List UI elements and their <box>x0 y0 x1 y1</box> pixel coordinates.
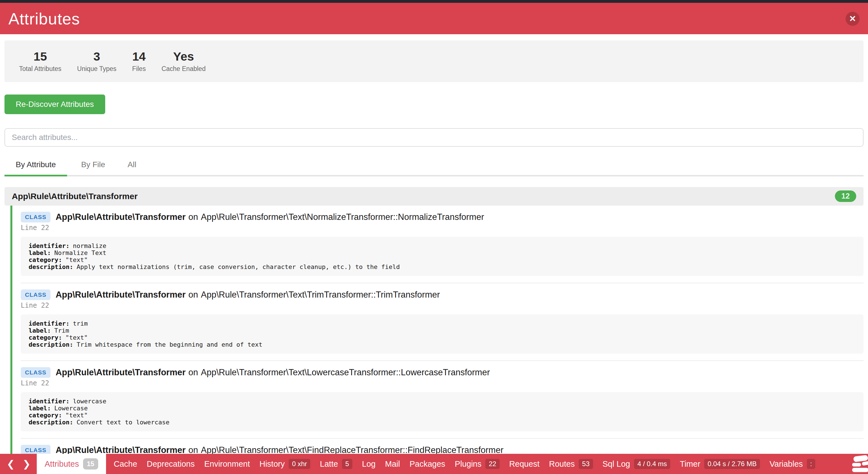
bar-item-deprecations[interactable]: Deprecations <box>147 454 195 474</box>
timer-badge: 0.04 s / 2.76 MB <box>704 459 760 469</box>
bar-item-latte[interactable]: Latte 5 <box>320 454 352 474</box>
card-title: CLASS App\Rule\Attribute\Transformer on … <box>21 289 864 300</box>
debug-bar: ❮ ❯ Attributes 15 Cache Deprecations Env… <box>0 454 868 474</box>
prev-arrow-icon[interactable]: ❮ <box>3 458 19 470</box>
bar-item-history[interactable]: History 0 xhr <box>259 454 311 474</box>
attribute-properties: identifier:trim label:Trim category:"tex… <box>21 314 864 354</box>
stat-label: Cache Enabled <box>162 65 206 73</box>
panel-header: Attributes ✕ <box>0 3 868 34</box>
rediscover-attributes-button[interactable]: Re-Discover Attributes <box>4 95 105 114</box>
tab-by-file[interactable]: By File <box>73 160 114 177</box>
group-body: CLASS App\Rule\Attribute\Transformer on … <box>10 206 864 474</box>
search-input[interactable] <box>4 128 864 147</box>
stat-unique-types: 3 Unique Types <box>69 50 124 73</box>
property-row: description:Convert text to lowercase <box>29 419 856 426</box>
line-number: Line 22 <box>21 224 864 232</box>
stat-files: 14 Files <box>124 50 154 73</box>
sql-log-badge: 4 / 0.4 ms <box>634 459 670 469</box>
card-title: CLASS App\Rule\Attribute\Transformer on … <box>21 367 864 378</box>
bar-item-attributes[interactable]: Attributes 15 <box>37 454 106 474</box>
class-badge: CLASS <box>21 367 51 378</box>
class-badge: CLASS <box>21 289 51 300</box>
group-header[interactable]: App\Rule\Attribute\Transformer 12 <box>4 187 864 206</box>
property-row: label:Trim <box>29 327 856 334</box>
bar-item-variables[interactable]: Variables : <box>770 454 815 474</box>
target-class-name: App\Rule\Transformer\Text\NormalizeTrans… <box>201 212 484 222</box>
panel-content: 15 Total Attributes 3 Unique Types 14 Fi… <box>0 40 868 474</box>
stat-label: Unique Types <box>77 65 117 73</box>
class-badge: CLASS <box>21 212 51 222</box>
property-row: label:Lowercase <box>29 405 856 412</box>
attribute-card: CLASS App\Rule\Attribute\Transformer on … <box>12 283 864 360</box>
line-number: Line 22 <box>21 379 864 387</box>
attribute-card: CLASS App\Rule\Attribute\Transformer on … <box>12 206 864 283</box>
bar-item-cache[interactable]: Cache <box>114 454 137 474</box>
stat-label: Files <box>132 65 146 73</box>
group-count-badge: 12 <box>835 190 856 202</box>
bar-item-request[interactable]: Request <box>509 454 539 474</box>
stat-value: 15 <box>19 50 61 63</box>
bar-item-environment[interactable]: Environment <box>204 454 250 474</box>
latte-badge: 5 <box>342 459 352 469</box>
plugins-badge: 22 <box>485 459 500 469</box>
property-row: identifier:normalize <box>29 242 856 249</box>
property-row: description:Trim whitespace from the beg… <box>29 341 856 348</box>
on-word: on <box>188 212 198 222</box>
property-row: category:"text" <box>29 412 856 419</box>
stat-value: Yes <box>162 50 206 63</box>
tab-by-attribute[interactable]: By Attribute <box>4 160 67 177</box>
page-top-strip <box>0 0 868 3</box>
property-row: label:Normalize Text <box>29 249 856 256</box>
stat-value: 14 <box>132 50 146 63</box>
routes-badge: 53 <box>579 459 593 469</box>
on-word: on <box>188 368 198 378</box>
next-arrow-icon[interactable]: ❯ <box>19 458 35 470</box>
attribute-class-name: App\Rule\Attribute\Transformer <box>56 212 185 222</box>
property-row: category:"text" <box>29 256 856 263</box>
attribute-class-name: App\Rule\Attribute\Transformer <box>56 290 185 300</box>
attributes-count-badge: 15 <box>83 458 98 470</box>
property-row: identifier:trim <box>29 320 856 327</box>
bar-item-sql-log[interactable]: Sql Log 4 / 0.4 ms <box>602 454 671 474</box>
property-row: description:Apply text normalizations (t… <box>29 263 856 271</box>
close-button[interactable]: ✕ <box>845 12 860 26</box>
bar-item-log[interactable]: Log <box>362 454 375 474</box>
group-title: App\Rule\Attribute\Transformer <box>12 192 137 201</box>
bar-item-packages[interactable]: Packages <box>410 454 445 474</box>
property-row: identifier:lowercase <box>29 398 856 405</box>
attribute-class-name: App\Rule\Attribute\Transformer <box>56 368 185 378</box>
history-badge: 0 xhr <box>289 459 310 469</box>
stat-label: Total Attributes <box>19 65 61 73</box>
tab-all[interactable]: All <box>119 160 145 177</box>
bar-item-routes[interactable]: Routes 53 <box>549 454 593 474</box>
attribute-properties: identifier:normalize label:Normalize Tex… <box>21 237 864 276</box>
close-icon: ✕ <box>849 14 856 23</box>
stats-panel: 15 Total Attributes 3 Unique Types 14 Fi… <box>4 40 864 82</box>
cake-icon[interactable] <box>851 455 868 473</box>
bar-item-mail[interactable]: Mail <box>385 454 400 474</box>
property-row: category:"text" <box>29 334 856 341</box>
card-title: CLASS App\Rule\Attribute\Transformer on … <box>21 212 864 222</box>
bar-item-timer[interactable]: Timer 0.04 s / 2.76 MB <box>680 454 760 474</box>
stat-cache-enabled: Yes Cache Enabled <box>154 50 214 73</box>
stat-value: 3 <box>77 50 117 63</box>
line-number: Line 22 <box>21 302 864 309</box>
stat-total-attributes: 15 Total Attributes <box>11 50 69 73</box>
on-word: on <box>188 290 198 300</box>
bar-item-plugins[interactable]: Plugins 22 <box>455 454 500 474</box>
view-tabs: By Attribute By File All <box>4 160 864 177</box>
panel-title: Attributes <box>8 9 80 28</box>
attribute-card: CLASS App\Rule\Attribute\Transformer on … <box>12 361 864 438</box>
variables-badge: : <box>807 459 815 469</box>
attribute-group: App\Rule\Attribute\Transformer 12 CLASS … <box>4 187 864 474</box>
attribute-properties: identifier:lowercase label:Lowercase cat… <box>21 392 864 431</box>
target-class-name: App\Rule\Transformer\Text\LowercaseTrans… <box>201 368 490 378</box>
target-class-name: App\Rule\Transformer\Text\TrimTransforme… <box>201 290 440 300</box>
